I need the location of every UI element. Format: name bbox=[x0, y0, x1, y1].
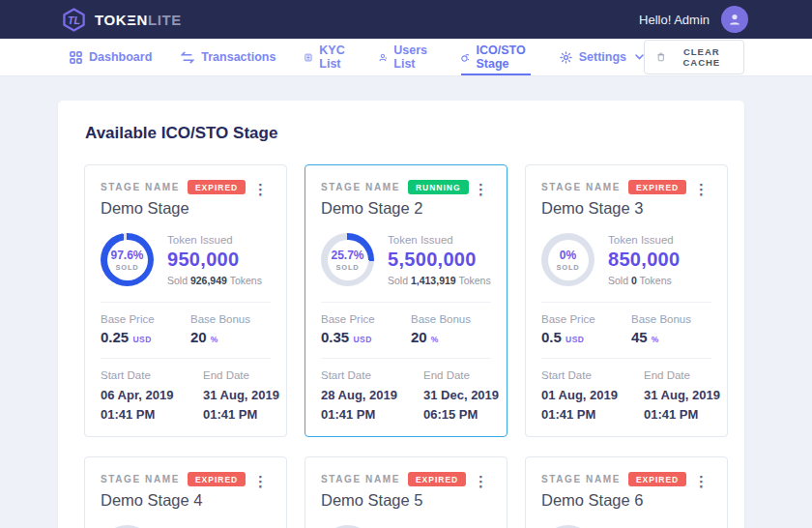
stage-title: Demo Stage 2 bbox=[321, 199, 469, 218]
token-issued-label: Token Issued bbox=[388, 234, 491, 246]
base-bonus-label: Base Bonus bbox=[411, 313, 491, 325]
user-avatar[interactable] bbox=[721, 6, 748, 33]
kebab-menu-icon[interactable]: ⋮ bbox=[691, 472, 711, 510]
nav-item-users-list[interactable]: Users List bbox=[379, 39, 432, 75]
sold-tokens-value: 1,413,919 bbox=[411, 275, 456, 286]
nav-label: Settings bbox=[579, 50, 626, 64]
brand[interactable]: TL TOKΞNLITE bbox=[62, 8, 182, 32]
kebab-menu-icon[interactable]: ⋮ bbox=[250, 472, 271, 510]
stage-name-label: STAGE NAME bbox=[101, 182, 180, 192]
kyc-list-icon bbox=[304, 51, 312, 64]
base-price-label: Base Price bbox=[321, 313, 401, 325]
stage-card-2: STAGE NAME RUNNING Demo Stage 2 ⋮ 25.7% … bbox=[304, 164, 508, 437]
nav-label: ICO/STO Stage bbox=[476, 44, 530, 71]
end-date-label: End Date bbox=[423, 369, 516, 381]
nav-item-dashboard[interactable]: Dashboard bbox=[70, 39, 152, 75]
token-issued-value: 950,000 bbox=[167, 249, 262, 271]
start-date-label: Start Date bbox=[541, 369, 634, 381]
base-price-label: Base Price bbox=[541, 313, 622, 325]
sold-percentage: 25.7% bbox=[331, 249, 363, 262]
percent-suffix: % bbox=[431, 335, 439, 344]
token-issued-label: Token Issued bbox=[167, 234, 262, 246]
base-bonus-value: 20 % bbox=[190, 329, 271, 345]
stage-title: Demo Stage 6 bbox=[541, 491, 686, 510]
stage-title: Demo Stage 4 bbox=[101, 491, 246, 510]
sold-tokens-value: 926,949 bbox=[190, 275, 227, 286]
sold-progress-donut: 97.6% SOLD bbox=[101, 233, 154, 286]
start-date-value: 06 Apr, 2019 01:41 PM bbox=[101, 386, 193, 424]
stage-name-label: STAGE NAME bbox=[321, 474, 400, 484]
brand-text: TOKΞNLITE bbox=[95, 12, 182, 28]
stage-card-5: STAGE NAME EXPIRED Demo Stage 5 ⋮ 0% SOL… bbox=[304, 456, 508, 528]
start-date-value: 28 Aug, 2019 01:41 PM bbox=[321, 386, 414, 424]
main-nav: Dashboard Transactions KYC List Users Li… bbox=[0, 39, 812, 75]
stage-cards-grid: STAGE NAME EXPIRED Demo Stage ⋮ 97.6% SO… bbox=[84, 164, 730, 528]
settings-icon bbox=[560, 51, 572, 64]
users-list-icon bbox=[379, 51, 387, 64]
stage-card-1: STAGE NAME EXPIRED Demo Stage ⋮ 97.6% SO… bbox=[84, 164, 287, 437]
sold-tokens-line: Sold 926,949 Tokens bbox=[167, 275, 262, 286]
content-panel: Available ICO/STO Stage STAGE NAME EXPIR… bbox=[58, 101, 744, 528]
end-date-value: 31 Aug, 2019 01:41 PM bbox=[203, 386, 296, 424]
usd-suffix: USD bbox=[353, 335, 371, 344]
status-badge: EXPIRED bbox=[408, 472, 466, 486]
greeting-text: Hello! Admin bbox=[639, 13, 710, 27]
token-issued-value: 850,000 bbox=[608, 249, 680, 271]
sold-word: SOLD bbox=[335, 263, 359, 272]
clear-cache-button[interactable]: CLEAR CACHE bbox=[644, 40, 744, 74]
percent-suffix: % bbox=[652, 335, 659, 344]
stage-name-label: STAGE NAME bbox=[541, 474, 621, 484]
status-badge: EXPIRED bbox=[628, 180, 686, 194]
sold-progress-donut: 0% SOLD bbox=[541, 233, 594, 286]
start-date-label: Start Date bbox=[321, 369, 414, 381]
nav-item-ico-sto-stage[interactable]: ICO/STO Stage bbox=[461, 39, 531, 75]
status-badge: EXPIRED bbox=[628, 472, 686, 486]
nav-item-settings[interactable]: Settings bbox=[560, 39, 644, 75]
kebab-menu-icon[interactable]: ⋮ bbox=[691, 180, 711, 218]
usd-suffix: USD bbox=[132, 335, 151, 344]
sold-tokens-value: 0 bbox=[631, 275, 637, 286]
kebab-menu-icon[interactable]: ⋮ bbox=[471, 472, 491, 510]
stage-name-label: STAGE NAME bbox=[101, 474, 180, 484]
kebab-menu-icon[interactable]: ⋮ bbox=[250, 180, 271, 218]
nav-label: KYC List bbox=[319, 44, 350, 71]
sold-word: SOLD bbox=[556, 263, 579, 272]
nav-label: Transactions bbox=[201, 50, 276, 64]
stage-card-6: STAGE NAME EXPIRED Demo Stage 6 ⋮ 0% SOL… bbox=[525, 456, 728, 528]
nav-label: Users List bbox=[393, 44, 431, 71]
start-date-value: 01 Aug, 2019 01:41 PM bbox=[541, 386, 634, 424]
base-price-value: 0.35 USD bbox=[321, 329, 401, 345]
stage-name-label: STAGE NAME bbox=[321, 182, 400, 192]
end-date-value: 31 Dec, 2019 06:15 PM bbox=[423, 386, 516, 424]
kebab-menu-icon[interactable]: ⋮ bbox=[471, 180, 491, 218]
nav-label: Dashboard bbox=[89, 50, 152, 64]
start-date-label: Start Date bbox=[101, 369, 193, 381]
base-bonus-label: Base Bonus bbox=[631, 313, 711, 325]
status-badge: EXPIRED bbox=[188, 472, 246, 486]
stage-card-3: STAGE NAME EXPIRED Demo Stage 3 ⋮ 0% SOL… bbox=[525, 164, 728, 437]
stage-title: Demo Stage bbox=[101, 199, 246, 218]
sold-percentage: 0% bbox=[560, 249, 576, 262]
base-price-value: 0.25 USD bbox=[101, 329, 181, 345]
end-date-label: End Date bbox=[644, 369, 737, 381]
percent-suffix: % bbox=[211, 335, 218, 344]
dashboard-icon bbox=[70, 51, 82, 64]
transactions-icon bbox=[181, 51, 194, 64]
sold-progress-donut: 25.7% SOLD bbox=[321, 233, 374, 286]
stage-title: Demo Stage 3 bbox=[541, 199, 686, 218]
nav-item-transactions[interactable]: Transactions bbox=[181, 39, 276, 75]
nav-item-kyc-list[interactable]: KYC List bbox=[304, 39, 349, 75]
svg-text:TL: TL bbox=[68, 14, 80, 25]
clear-cache-label: CLEAR CACHE bbox=[673, 46, 731, 68]
stage-card-4: STAGE NAME EXPIRED Demo Stage 4 ⋮ 0% SOL… bbox=[84, 456, 287, 528]
token-issued-value: 5,500,000 bbox=[388, 249, 491, 271]
token-issued-label: Token Issued bbox=[608, 234, 680, 246]
status-badge: RUNNING bbox=[408, 180, 469, 194]
stage-name-label: STAGE NAME bbox=[541, 182, 621, 192]
sold-percentage: 97.6% bbox=[110, 249, 143, 262]
chevron-down-icon bbox=[635, 54, 644, 60]
base-bonus-value: 45 % bbox=[631, 329, 711, 345]
usd-suffix: USD bbox=[566, 335, 584, 344]
trash-icon bbox=[657, 51, 665, 63]
sold-tokens-line: Sold 0 Tokens bbox=[608, 275, 680, 286]
